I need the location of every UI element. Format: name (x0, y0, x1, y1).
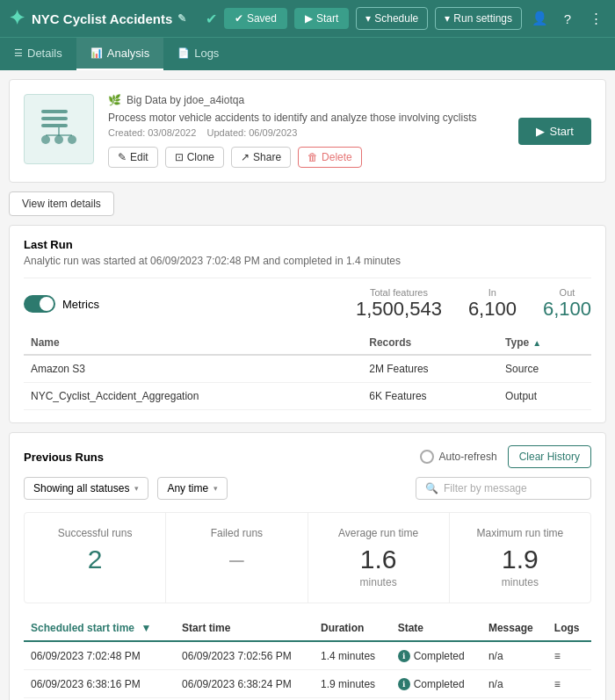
previous-runs-section: Previous Runs Auto-refresh Clear History… (9, 432, 606, 700)
type-col-label: Type (505, 336, 529, 349)
user-icon[interactable]: 👤 (529, 11, 550, 26)
message-col-label: Message (488, 622, 533, 634)
row-name: Amazon S3 (24, 355, 362, 383)
share-button[interactable]: ↗ Share (231, 147, 291, 168)
nav-tabs: ☰ Details 📊 Analysis 📄 Logs (0, 37, 615, 70)
col-message: Message (481, 616, 547, 641)
share-label: Share (253, 151, 281, 163)
run-scheduled: 06/09/2023 7:02:48 PM (24, 641, 175, 670)
details-icon: ☰ (14, 47, 23, 59)
search-placeholder: Filter by message (444, 482, 527, 494)
row-records: 6K Features (362, 383, 498, 410)
project-details: 🌿 Big Data by jdoe_a4iotqa Process motor… (108, 94, 504, 168)
delete-button[interactable]: 🗑 Delete (298, 147, 362, 168)
edit-title-icon[interactable]: ✎ (177, 12, 186, 25)
run-message: n/a (481, 641, 547, 670)
last-run-description: Analytic run was started at 06/09/2023 7… (24, 255, 591, 267)
saved-button[interactable]: ✔ Saved (224, 8, 287, 29)
message-filter[interactable]: 🔍 Filter by message (416, 477, 591, 500)
saved-label: Saved (247, 12, 277, 25)
auto-refresh-radio[interactable] (420, 450, 434, 464)
schedule-label: Schedule (374, 12, 418, 25)
chevron-down-icon-schedule: ▾ (365, 12, 371, 25)
run-logs[interactable]: ≡ (547, 670, 591, 698)
col-name: Name (24, 331, 362, 355)
col-scheduled: Scheduled start time ▼ (24, 616, 175, 641)
col-logs: Logs (547, 616, 591, 641)
successful-runs-stat: Successful runs 2 (25, 513, 166, 603)
col-duration: Duration (314, 616, 391, 641)
app-header: ✦ NYC Cyclist Accidents ✎ ✔ ✔ Saved ▶ St… (0, 0, 615, 37)
successful-runs-value: 2 (32, 545, 158, 574)
project-info: 🌿 Big Data by jdoe_a4iotqa Process motor… (24, 94, 591, 168)
status-badge: ℹ Completed (398, 678, 465, 690)
col-start: Start time (175, 616, 314, 641)
view-item-label: View item details (22, 198, 101, 210)
run-duration: 1.9 minutes (314, 670, 391, 698)
max-run-time-unit: minutes (457, 576, 583, 588)
status-badge: ℹ Completed (398, 650, 465, 662)
share-icon: ↗ (241, 151, 250, 163)
total-features-stat: Total features 1,500,543 (356, 287, 442, 321)
svg-rect-1 (41, 117, 68, 120)
out-stat: Out 6,100 (543, 287, 591, 321)
state-label: Completed (414, 650, 465, 662)
tab-analysis-label: Analysis (107, 47, 149, 60)
metrics-toggle: Metrics (24, 295, 99, 313)
duration-col-label: Duration (321, 622, 364, 634)
main-content: 🌿 Big Data by jdoe_a4iotqa Process motor… (0, 79, 615, 700)
successful-runs-label: Successful runs (32, 527, 158, 539)
failed-runs-label: Failed runs (173, 527, 300, 539)
start-button-header[interactable]: ▶ Start (294, 8, 349, 29)
clear-history-button[interactable]: Clear History (508, 445, 591, 468)
max-run-time-value: 1.9 (457, 545, 583, 574)
table-row: NYC_Cyclist_Accident_Aggregation 6K Feat… (24, 383, 591, 410)
created-date: Created: 03/08/2022 (108, 127, 196, 138)
logs-col-label: Logs (554, 622, 580, 634)
edit-label: Edit (130, 151, 148, 163)
out-value: 6,100 (543, 298, 591, 321)
tab-details[interactable]: ☰ Details (0, 38, 76, 70)
help-icon[interactable]: ? (557, 11, 578, 26)
metrics-label: Metrics (62, 298, 99, 311)
svg-rect-0 (41, 110, 68, 113)
prev-runs-title: Previous Runs (24, 451, 420, 464)
run-message: n/a (481, 670, 547, 698)
start-button-card[interactable]: ▶ Start (518, 118, 591, 145)
clone-button[interactable]: ⊡ Clone (165, 147, 224, 168)
max-run-time-label: Maximum run time (457, 527, 583, 539)
scheduled-sort-icon[interactable]: ▼ (141, 622, 151, 634)
tab-logs[interactable]: 📄 Logs (163, 38, 233, 70)
time-filter[interactable]: Any time ▾ (157, 477, 228, 500)
view-item-details-button[interactable]: View item details (9, 191, 114, 216)
max-run-time-stat: Maximum run time 1.9 minutes (450, 513, 590, 603)
tab-analysis[interactable]: 📊 Analysis (76, 38, 163, 70)
metrics-toggle-switch[interactable] (24, 295, 55, 313)
page-title-text: NYC Cyclist Accidents (32, 11, 172, 26)
run-settings-button[interactable]: ▾ Run settings (435, 7, 522, 30)
menu-icon[interactable]: ⋮ (585, 11, 606, 26)
filters-row: Showing all statuses ▾ Any time ▾ 🔍 Filt… (24, 477, 591, 500)
svg-point-5 (68, 135, 76, 144)
run-duration: 1.4 minutes (314, 641, 391, 670)
status-filter[interactable]: Showing all statuses ▾ (24, 477, 148, 500)
tab-details-label: Details (27, 47, 62, 60)
search-icon: 🔍 (425, 482, 438, 494)
clone-icon: ⊡ (175, 151, 184, 163)
run-start: 06/09/2023 6:38:24 PM (175, 670, 314, 698)
schedule-button[interactable]: ▾ Schedule (356, 7, 428, 30)
metrics-table: Name Records Type ▲ Amazon S3 2M Feature… (24, 331, 591, 410)
edit-button[interactable]: ✎ Edit (108, 147, 158, 168)
time-filter-label: Any time (167, 482, 208, 494)
prev-runs-header: Previous Runs Auto-refresh Clear History (24, 445, 591, 468)
table-row: Amazon S3 2M Features Source (24, 355, 591, 383)
analysis-icon: 📊 (90, 47, 103, 59)
project-description: Process motor vehicle accidents to ident… (108, 112, 504, 124)
failed-runs-stat: Failed runs – (166, 513, 308, 603)
project-dates: Created: 03/08/2022 Updated: 06/09/2023 (108, 127, 504, 138)
row-type: Source (498, 355, 591, 383)
sort-icon[interactable]: ▲ (532, 338, 541, 348)
run-logs[interactable]: ≡ (547, 641, 591, 670)
clear-history-label: Clear History (519, 451, 580, 463)
run-row: 06/09/2023 6:38:16 PM 06/09/2023 6:38:24… (24, 670, 591, 698)
